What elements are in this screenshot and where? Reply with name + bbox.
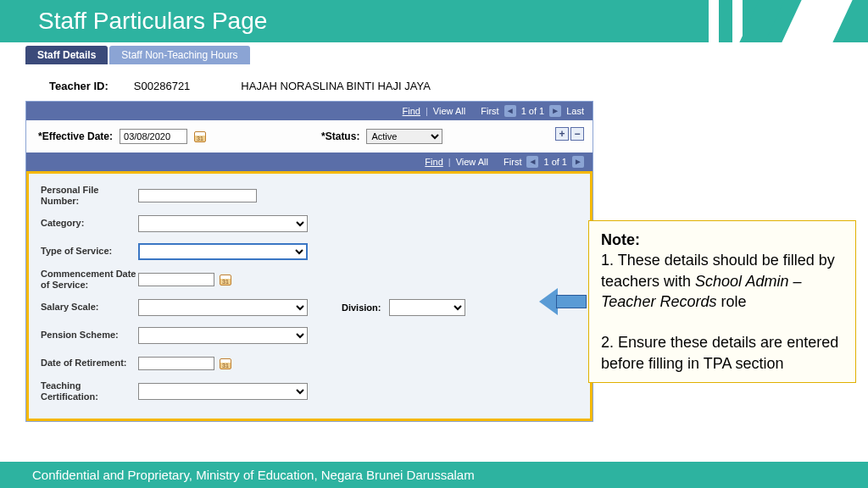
division-label: Division:	[342, 302, 381, 313]
first-link[interactable]: First	[481, 106, 498, 116]
highlighted-form: Personal File Number: Category: Type of …	[26, 171, 593, 421]
retirement-label: Date of Retirement:	[41, 358, 138, 369]
commencement-label: Commencement Date of Service:	[41, 269, 138, 291]
certification-label: Teaching Certification:	[41, 380, 138, 402]
record-count: 1 of 1	[521, 106, 545, 116]
certification-select[interactable]	[138, 383, 308, 400]
note-item-2: 2. Ensure these details are entered befo…	[601, 332, 843, 374]
find-link[interactable]: Find	[403, 106, 420, 116]
next-icon-2[interactable]: ►	[572, 156, 584, 168]
callout-arrow-icon	[539, 288, 587, 315]
nav-bar-top: Find | View All First ◄ 1 of 1 ► Last	[26, 102, 593, 120]
remove-row-button[interactable]: −	[570, 127, 584, 141]
status-label: *Status:	[321, 130, 359, 142]
salary-label: Salary Scale:	[41, 302, 138, 313]
prev-icon[interactable]: ◄	[504, 105, 516, 117]
pension-select[interactable]	[138, 327, 308, 344]
teacher-id-value: S00286721	[134, 80, 191, 92]
pfn-input[interactable]	[138, 189, 257, 202]
type-of-service-select[interactable]	[138, 243, 308, 260]
nav-bar-inner: Find | View All First ◄ 1 of 1 ►	[26, 152, 593, 171]
calendar-icon[interactable]	[220, 274, 231, 286]
division-select[interactable]	[389, 299, 465, 316]
category-select[interactable]	[138, 215, 308, 232]
view-all-link-2[interactable]: View All	[456, 157, 488, 167]
calendar-icon[interactable]	[220, 358, 231, 369]
pfn-label: Personal File Number:	[41, 185, 138, 207]
note-callout: Note: 1. These details should be filled …	[588, 220, 856, 383]
effective-date-label: *Effective Date:	[38, 130, 113, 142]
find-link-2[interactable]: Find	[425, 157, 442, 167]
status-select[interactable]: Active	[366, 129, 442, 144]
last-link[interactable]: Last	[566, 106, 584, 116]
next-icon[interactable]: ►	[549, 105, 561, 117]
first-link-2[interactable]: First	[504, 157, 521, 167]
calendar-icon[interactable]	[194, 131, 206, 142]
effective-date-input[interactable]	[120, 129, 187, 144]
salary-select[interactable]	[138, 299, 308, 316]
tab-strip: Staff Details Staff Non-Teaching Hours	[25, 46, 868, 64]
teacher-name: HAJAH NORASLINA BINTI HAJI JAYA	[241, 80, 430, 92]
tab-staff-details[interactable]: Staff Details	[25, 46, 108, 64]
retirement-input[interactable]	[138, 357, 214, 370]
prev-icon-2[interactable]: ◄	[526, 156, 538, 168]
view-all-link[interactable]: View All	[433, 106, 465, 116]
footer: Confidential and Proprietary, Ministry o…	[0, 462, 868, 488]
effective-row: *Effective Date: *Status: Active + −	[26, 120, 593, 152]
note-heading: Note:	[601, 230, 843, 250]
note-item-1: 1. These details should be filled by tea…	[601, 250, 843, 312]
tab-non-teaching-hours[interactable]: Staff Non-Teaching Hours	[109, 46, 249, 64]
page-title: Staff Particulars Page	[38, 8, 267, 35]
header-bar: Staff Particulars Page	[0, 0, 868, 42]
commencement-input[interactable]	[138, 273, 214, 286]
teacher-id-label: Teacher ID:	[49, 80, 108, 92]
details-panel: Find | View All First ◄ 1 of 1 ► Last *E…	[25, 101, 593, 422]
type-of-service-label: Type of Service:	[41, 246, 138, 257]
header-decoration	[702, 0, 868, 42]
add-row-button[interactable]: +	[555, 127, 569, 141]
category-label: Category:	[41, 218, 138, 229]
pension-label: Pension Scheme:	[41, 330, 138, 341]
teacher-info-row: Teacher ID: S00286721 HAJAH NORASLINA BI…	[49, 80, 868, 92]
record-count-2: 1 of 1	[543, 157, 567, 167]
